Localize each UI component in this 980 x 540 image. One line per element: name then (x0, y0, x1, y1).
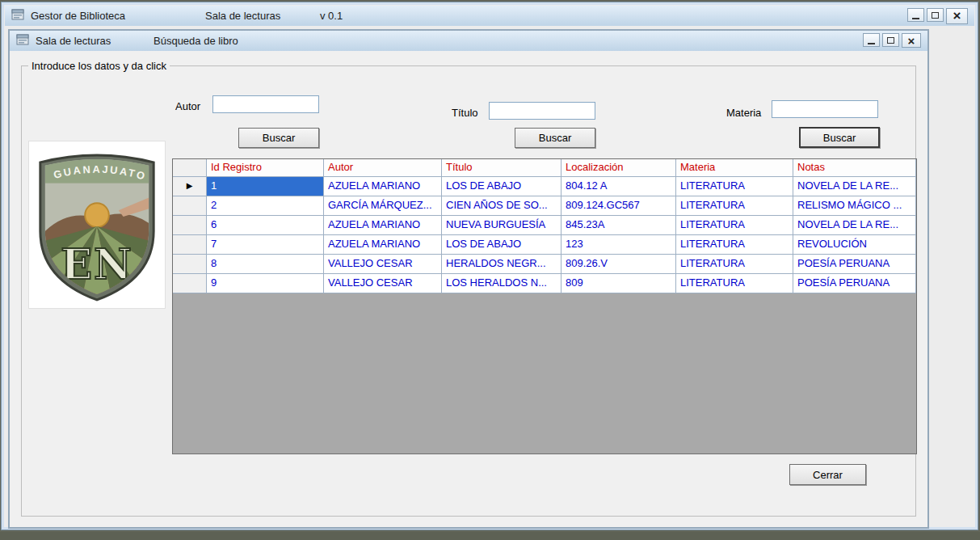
table-row[interactable]: 6AZUELA MARIANONUEVA BURGUESÍA845.23ALIT… (173, 216, 916, 235)
main-window-titlebar[interactable]: Gestor de Biblioteca Sala de lecturas v … (5, 6, 974, 26)
grid-cell[interactable]: 809 (562, 274, 676, 293)
grid-cell[interactable]: VALLEJO CESAR (324, 274, 442, 293)
titulo-label: Título (452, 107, 478, 119)
child-window-client: Introduce los datos y da click Autor Tít… (10, 51, 927, 527)
grid-cell[interactable]: POESÍA PERUANA (793, 274, 916, 293)
groupbox-label: Introduce los datos y da click (28, 60, 170, 72)
grid-cell[interactable]: 2 (207, 196, 324, 216)
grid-cell[interactable]: LOS DE ABAJO (442, 235, 562, 255)
grid-cell[interactable]: LOS DE ABAJO (442, 177, 562, 196)
grid-cell[interactable]: LITERATURA (676, 235, 793, 255)
grid-cell[interactable]: LITERATURA (676, 196, 793, 216)
grid-cell[interactable]: AZUELA MARIANO (324, 216, 442, 235)
table-row[interactable]: 9VALLEJO CESARLOS HERALDOS N...809LITERA… (173, 274, 916, 293)
grid-corner-cell[interactable] (173, 159, 207, 177)
grid-cell[interactable]: 123 (562, 235, 676, 255)
results-grid[interactable]: Id RegistroAutorTítuloLocalizaciónMateri… (172, 158, 917, 454)
grid-cell[interactable]: LITERATURA (676, 216, 793, 235)
grid-cell[interactable]: RELISMO MÁGICO ... (793, 196, 916, 216)
column-header[interactable]: Localización (562, 159, 676, 177)
main-window: Gestor de Biblioteca Sala de lecturas v … (1, 2, 978, 530)
grid-header-row: Id RegistroAutorTítuloLocalizaciónMateri… (173, 159, 916, 177)
table-row[interactable]: 2GARCÍA MÁRQUEZ...CIEN AÑOS DE SO...809.… (173, 196, 916, 216)
maximize-button[interactable] (927, 8, 944, 22)
grid-cell[interactable]: HERALDOS NEGR... (442, 255, 562, 274)
screen: Gestor de Biblioteca Sala de lecturas v … (0, 0, 980, 540)
child-maximize-button[interactable] (882, 33, 899, 47)
grid-cell[interactable]: REVOLUCIÓN (793, 235, 916, 255)
grid-cell[interactable]: AZUELA MARIANO (324, 177, 442, 196)
buscar-autor-button[interactable]: Buscar (238, 128, 319, 148)
grid-cell[interactable]: 804.12 A (562, 177, 676, 196)
app-icon (11, 9, 24, 23)
table-row[interactable]: 8VALLEJO CESARHERALDOS NEGR...809.26.VLI… (173, 255, 916, 274)
materia-input[interactable] (772, 100, 878, 118)
grid-cell[interactable]: 9 (207, 274, 324, 293)
materia-label: Materia (726, 107, 761, 119)
grid-cell[interactable]: 809.26.V (562, 255, 676, 274)
row-selector[interactable] (173, 216, 207, 235)
grid-cell[interactable]: 809.124.GC567 (562, 196, 676, 216)
library-logo: EN GUANAJUATO (28, 141, 166, 309)
desktop-edge (0, 532, 980, 540)
autor-input[interactable] (212, 95, 319, 113)
buscar-materia-button[interactable]: Buscar (799, 127, 880, 148)
grid-cell[interactable]: POESÍA PERUANA (793, 255, 916, 274)
grid-cell[interactable]: CIEN AÑOS DE SO... (442, 196, 562, 216)
column-header[interactable]: Autor (324, 159, 442, 177)
grid-cell[interactable]: 1 (207, 177, 324, 196)
close-button[interactable]: × (946, 8, 968, 24)
main-window-version: v 0.1 (320, 10, 343, 22)
row-selector[interactable] (173, 235, 207, 255)
child-minimize-button[interactable] (863, 33, 880, 47)
child-window: Sala de lecturas Búsqueda de libro × Int… (8, 29, 929, 529)
grid-cell[interactable]: LITERATURA (676, 274, 793, 293)
grid-cell[interactable]: LITERATURA (676, 177, 793, 196)
grid-cell[interactable]: LITERATURA (676, 255, 793, 274)
cerrar-button[interactable]: Cerrar (789, 464, 866, 485)
child-window-titlebar[interactable]: Sala de lecturas Búsqueda de libro × (10, 31, 927, 51)
grid-cell[interactable]: 8 (207, 255, 324, 274)
row-selector[interactable] (173, 274, 207, 293)
child-window-icon (16, 34, 29, 48)
child-window-title: Sala de lecturas (36, 35, 111, 47)
column-header[interactable]: Notas (793, 159, 916, 177)
sun-icon (85, 203, 109, 227)
grid-cell[interactable]: GARCÍA MÁRQUEZ... (324, 196, 442, 216)
grid-cell[interactable]: NOVELA DE LA RE... (793, 216, 916, 235)
table-row[interactable]: 7AZUELA MARIANOLOS DE ABAJO123LITERATURA… (173, 235, 916, 255)
row-selector[interactable] (173, 255, 207, 274)
grid-cell[interactable]: 845.23A (562, 216, 676, 235)
titulo-input[interactable] (489, 102, 595, 120)
table-row[interactable]: ▶1AZUELA MARIANOLOS DE ABAJO804.12 ALITE… (173, 177, 916, 196)
search-groupbox: Introduce los datos y da click Autor Tít… (21, 65, 916, 517)
grid-cell[interactable]: LOS HERALDOS N... (442, 274, 562, 293)
grid-cell[interactable]: VALLEJO CESAR (324, 255, 442, 274)
grid-cell[interactable]: NOVELA DE LA RE... (793, 177, 916, 196)
row-selector[interactable]: ▶ (173, 177, 207, 196)
main-window-child-label: Sala de lecturas (205, 10, 280, 22)
column-header[interactable]: Título (442, 159, 562, 177)
buscar-titulo-button[interactable]: Buscar (515, 128, 595, 148)
row-selector[interactable] (173, 196, 207, 216)
minimize-button[interactable] (907, 8, 924, 22)
main-window-title: Gestor de Biblioteca (31, 10, 125, 22)
grid-cell[interactable]: AZUELA MARIANO (324, 235, 442, 255)
grid-cell[interactable]: 7 (207, 235, 324, 255)
menu-item-busqueda[interactable]: Búsqueda de libro (154, 35, 238, 47)
column-header[interactable]: Materia (676, 159, 793, 177)
autor-label: Autor (175, 100, 200, 112)
column-header[interactable]: Id Registro (207, 159, 324, 177)
grid-cell[interactable]: NUEVA BURGUESÍA (442, 216, 562, 235)
grid-cell[interactable]: 6 (207, 216, 324, 235)
child-close-button[interactable]: × (902, 33, 921, 48)
